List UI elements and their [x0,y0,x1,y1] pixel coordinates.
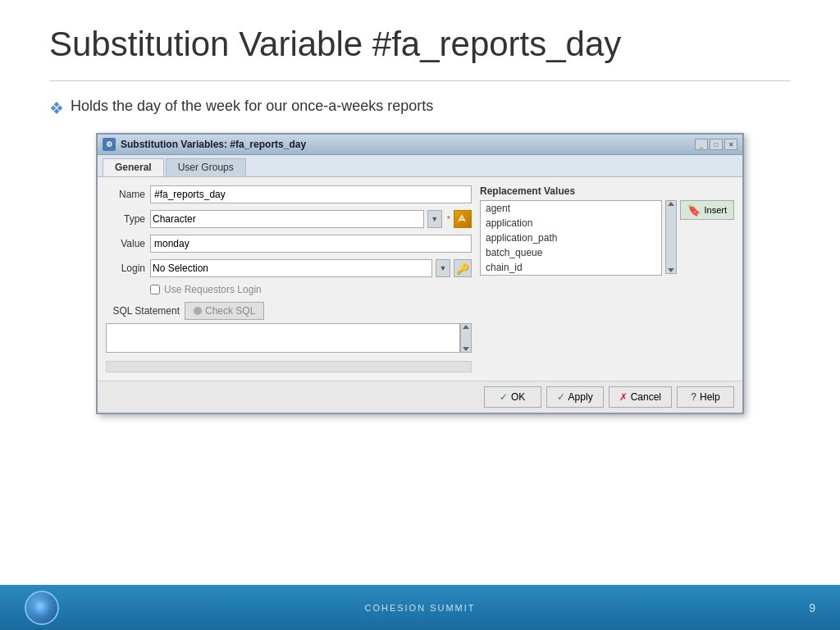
list-item[interactable]: batch_queue [481,245,661,260]
replacement-scrollbar[interactable] [665,200,677,274]
bottom-bar [106,361,472,372]
login-key-button[interactable]: 🔑 [454,259,472,277]
help-button[interactable]: ? Help [677,386,734,408]
slide-title: Substitution Variable #fa_reports_day [49,25,791,64]
footer-page-number: 9 [809,601,815,614]
titlebar-buttons: _ □ ✕ [695,139,737,150]
sql-textarea[interactable] [106,323,460,353]
login-select-wrapper: ▼ 🔑 [150,259,472,277]
list-item[interactable]: application_path [481,231,661,245]
restore-button[interactable]: □ [710,139,723,150]
list-item[interactable]: application [481,216,661,231]
action-buttons: ✓ OK ✓ Apply ✗ Cancel ? Help [98,381,742,413]
login-row: Login ▼ 🔑 [106,259,472,277]
check-sql-text: Check SQL [205,305,255,317]
type-icon-button[interactable] [454,210,472,228]
type-icon-svg [458,214,468,224]
bullet-text: Holds the day of the week for our once-a… [71,98,433,115]
dialog-right: Replacement Values agent application app… [480,185,734,372]
checkbox-label: Use Requestors Login [164,284,262,295]
apply-label: Apply [568,391,593,403]
scroll-up-arrow[interactable] [463,325,469,329]
logo-inner [33,599,51,617]
check-sql-button[interactable]: Check SQL [185,302,264,320]
type-label: Type [106,213,145,225]
footer-text: COHESION SUMMIT [364,603,475,613]
footer: COHESION SUMMIT 9 [0,585,840,630]
dialog-title-text: Substitution Variables: #fa_reports_day [121,139,306,150]
value-input[interactable] [150,235,472,253]
type-dropdown-arrow[interactable]: ▼ [427,210,442,228]
replacement-label: Replacement Values [480,185,734,197]
close-button[interactable]: ✕ [724,139,737,150]
sql-row: SQL Statement Check SQL [106,302,472,320]
replacement-scroll-down[interactable] [668,268,674,272]
tab-user-groups[interactable]: User Groups [166,158,246,176]
name-input[interactable] [150,185,472,203]
name-row: Name [106,185,472,203]
type-select-wrapper: ▼ * [150,210,472,228]
sql-label: SQL Statement [106,305,180,317]
requestors-login-checkbox[interactable] [150,285,160,294]
replacement-panel: agent application application_path batch… [480,200,734,276]
apply-icon: ✓ [557,391,565,403]
cancel-icon: ✗ [619,391,628,403]
list-item[interactable]: chain_id [481,260,661,275]
help-icon: ? [691,391,696,403]
cancel-button[interactable]: ✗ Cancel [609,386,672,408]
name-label: Name [106,189,145,200]
dialog-window: ⚙ Substitution Variables: #fa_reports_da… [96,133,744,414]
tab-general[interactable]: General [103,158,164,176]
replacement-scroll-up[interactable] [668,202,674,206]
sql-scrollbar[interactable] [460,323,472,353]
minimize-button[interactable]: _ [695,139,708,150]
dialog-icon: ⚙ [103,138,116,151]
login-label: Login [106,262,145,274]
list-item[interactable]: agent [481,201,661,216]
login-dropdown-arrow[interactable]: ▼ [436,259,450,277]
divider [49,80,791,81]
value-label: Value [106,238,145,249]
check-sql-icon [194,307,202,315]
insert-button-container: 🔖 Insert [680,200,734,276]
dialog-left: Name Type ▼ * [106,185,472,372]
help-label: Help [700,391,720,403]
insert-arrow-icon: 🔖 [687,204,701,217]
sql-textarea-wrapper [106,323,472,356]
dialog-titlebar: ⚙ Substitution Variables: #fa_reports_da… [98,135,742,155]
cancel-label: Cancel [631,391,661,403]
value-row: Value [106,235,472,253]
logo [25,591,59,625]
insert-button[interactable]: 🔖 Insert [680,200,734,220]
dialog-title-left: ⚙ Substitution Variables: #fa_reports_da… [103,138,306,151]
type-row: Type ▼ * [106,210,472,228]
ok-label: OK [511,391,525,403]
login-select[interactable] [150,259,432,277]
scroll-down-arrow[interactable] [463,347,469,351]
dialog-tabs: General User Groups [98,155,742,177]
insert-button-label: Insert [704,205,727,215]
required-asterisk: * [447,214,450,224]
ok-button[interactable]: ✓ OK [484,386,541,408]
dialog-body: Name Type ▼ * [98,177,742,381]
replacement-list[interactable]: agent application application_path batch… [480,200,662,276]
bullet-point: ❖ Holds the day of the week for our once… [49,98,791,118]
apply-button[interactable]: ✓ Apply [546,386,604,408]
checkbox-row: Use Requestors Login [150,284,472,295]
bullet-icon: ❖ [49,98,64,118]
type-select[interactable] [150,210,424,228]
dialog-container: ⚙ Substitution Variables: #fa_reports_da… [49,133,791,414]
ok-icon: ✓ [500,391,508,403]
